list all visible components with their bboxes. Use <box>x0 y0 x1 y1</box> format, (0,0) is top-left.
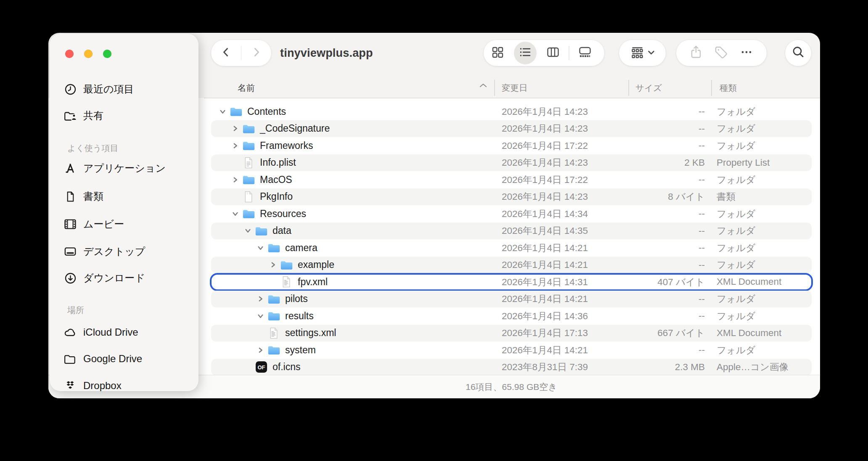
gallery-view-button[interactable] <box>571 40 599 66</box>
sidebar-item-label: Dropbox <box>83 380 122 391</box>
file-name: example <box>298 259 334 270</box>
file-size: -- <box>628 223 705 240</box>
file-size: 2 KB <box>628 154 705 172</box>
file-kind: フォルダ <box>717 257 820 274</box>
folder-outline-icon <box>63 353 77 365</box>
file-size: -- <box>628 307 705 325</box>
close-button[interactable] <box>65 50 74 58</box>
file-size: 407 バイト <box>628 273 705 291</box>
sidebar-item-label: アプリケーション <box>83 162 166 175</box>
file-name: Info.plist <box>260 157 296 168</box>
group-by-button[interactable] <box>619 40 666 66</box>
sidebar-item-documents[interactable]: 書類 <box>59 186 193 207</box>
file-name: settings.xml <box>285 327 336 339</box>
forward-button[interactable] <box>241 46 271 60</box>
sidebar-item-dropbox[interactable]: Dropbox <box>59 376 193 391</box>
folder-icon <box>280 260 293 270</box>
file-name: system <box>285 344 316 356</box>
file-name: PkgInfo <box>260 191 293 202</box>
spacer <box>230 158 240 167</box>
sidebar-item-desktop[interactable]: デスクトップ <box>59 241 193 262</box>
spacer <box>243 363 252 372</box>
shared-folder-icon <box>63 110 77 122</box>
sidebar-item-shared[interactable]: 共有 <box>59 106 193 126</box>
file-modified: 2026年1月4日 14:34 <box>502 205 588 223</box>
file-size: 8 バイト <box>628 188 705 206</box>
zoom-button[interactable] <box>103 50 111 58</box>
icon-view-button[interactable] <box>484 40 511 66</box>
disclosure-chevron-icon[interactable] <box>230 209 240 218</box>
film-icon <box>63 218 77 230</box>
sidebar: 最近の項目 共有 よく使う項目 アプリケーション 書類 ムービー デスクトップ … <box>50 34 198 391</box>
disclosure-chevron-icon[interactable] <box>268 260 278 270</box>
file-kind: Apple…コン画像 <box>717 359 820 376</box>
minimize-button[interactable] <box>84 50 93 58</box>
disclosure-chevron-icon[interactable] <box>243 226 252 236</box>
back-button[interactable] <box>211 46 241 60</box>
list-view-icon <box>519 45 532 61</box>
sidebar-item-movies[interactable]: ムービー <box>59 214 193 234</box>
sidebar-item-label: iCloud Drive <box>83 326 138 338</box>
share-button[interactable] <box>689 45 703 61</box>
file-kind: Property List <box>717 154 820 172</box>
icns-file-icon: OF <box>254 361 268 373</box>
disclosure-chevron-icon[interactable] <box>256 311 265 321</box>
sidebar-item-google-drive[interactable]: Google Drive <box>59 349 193 369</box>
file-modified: 2026年1月4日 14:23 <box>502 103 588 120</box>
disclosure-chevron-icon[interactable] <box>256 345 265 355</box>
file-size: -- <box>628 291 705 308</box>
file-name: camera <box>285 242 318 254</box>
dropbox-icon <box>63 380 77 391</box>
file-name: _CodeSignature <box>260 123 330 134</box>
sidebar-section-locations: 場所 <box>67 304 84 316</box>
gallery-view-icon <box>578 45 592 61</box>
disclosure-chevron-icon[interactable] <box>230 124 240 133</box>
sidebar-item-applications[interactable]: アプリケーション <box>59 158 193 178</box>
sidebar-item-label: ダウンロード <box>83 271 145 285</box>
file-kind: XML Document <box>717 325 820 342</box>
disclosure-chevron-icon[interactable] <box>230 141 240 150</box>
column-header-size[interactable]: サイズ <box>635 78 662 98</box>
sidebar-item-label: ムービー <box>83 217 124 231</box>
disclosure-chevron-icon[interactable] <box>256 294 265 304</box>
file-name: fpv.xml <box>298 276 328 288</box>
sidebar-item-label: 共有 <box>83 109 103 122</box>
column-header-name[interactable]: 名前 <box>238 78 255 98</box>
file-name: Contents <box>247 106 286 117</box>
file-name: pilots <box>285 293 308 305</box>
file-kind: フォルダ <box>717 342 820 359</box>
list-view-button[interactable] <box>511 40 539 66</box>
file-size: -- <box>628 120 705 138</box>
spacer <box>256 329 265 338</box>
file-kind: フォルダ <box>717 103 820 120</box>
sidebar-item-icloud-drive[interactable]: iCloud Drive <box>59 322 193 342</box>
file-size: -- <box>628 239 705 257</box>
disclosure-chevron-icon[interactable] <box>230 175 240 184</box>
disclosure-chevron-icon[interactable] <box>218 107 227 116</box>
sidebar-item-label: デスクトップ <box>83 245 145 258</box>
file-kind: XML Document <box>717 273 820 291</box>
tag-button[interactable] <box>714 45 728 61</box>
column-header-modified[interactable]: 変更日 <box>502 78 528 98</box>
file-name: Frameworks <box>260 140 313 151</box>
disclosure-chevron-icon[interactable] <box>256 243 265 252</box>
document-icon <box>63 191 77 203</box>
header-divider <box>494 80 495 96</box>
folder-icon <box>254 225 268 236</box>
file-kind: フォルダ <box>717 239 820 257</box>
file-modified: 2026年1月4日 14:21 <box>502 342 588 359</box>
file-modified: 2026年1月4日 14:23 <box>502 154 588 172</box>
file-kind: フォルダ <box>717 291 820 308</box>
sidebar-item-label: Google Drive <box>83 353 142 365</box>
file-modified: 2026年1月4日 14:35 <box>502 223 588 240</box>
sidebar-item-downloads[interactable]: ダウンロード <box>59 268 193 288</box>
column-view-button[interactable] <box>539 40 567 66</box>
file-size: -- <box>628 205 705 223</box>
more-button[interactable] <box>739 45 754 61</box>
window-controls <box>65 50 111 58</box>
file-size: -- <box>628 137 705 154</box>
search-button[interactable] <box>785 40 811 66</box>
sidebar-item-recents[interactable]: 最近の項目 <box>59 79 193 99</box>
clock-icon <box>63 83 77 95</box>
column-header-kind[interactable]: 種類 <box>720 78 737 98</box>
